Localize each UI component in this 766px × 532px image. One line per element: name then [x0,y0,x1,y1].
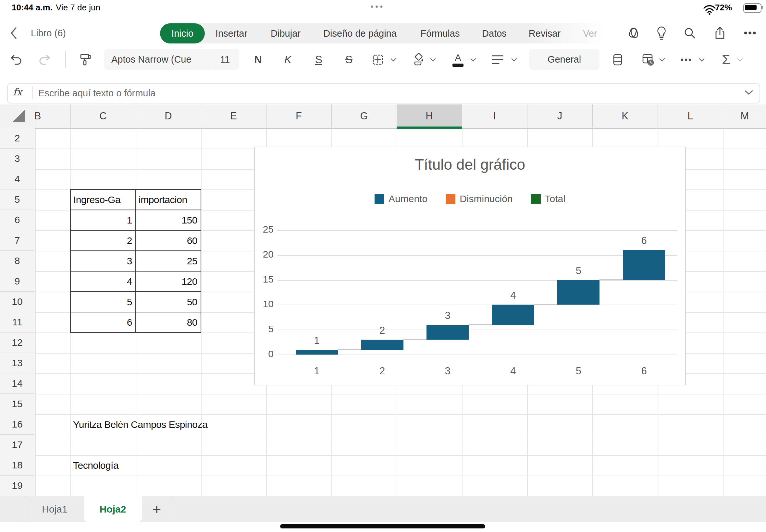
cell-C9[interactable]: 4 [70,271,136,292]
back-button[interactable] [5,24,23,42]
column-header-J[interactable]: J [527,104,593,127]
more-menu-button[interactable]: ••• [741,24,760,42]
chart-bar-5[interactable] [557,280,600,305]
chart-bar-1[interactable] [296,350,338,355]
cell-D9[interactable]: 120 [135,271,201,292]
column-header-I[interactable]: I [462,104,528,127]
chart-title[interactable]: Título del gráfico [255,156,685,173]
tab-revisar[interactable]: Revisar [529,23,561,43]
chart-bar-2[interactable] [361,340,404,350]
font-size-selector[interactable]: 11 [211,49,239,70]
search-button[interactable] [681,24,699,42]
cells-format-chevron-icon[interactable] [659,58,665,62]
row-header-13[interactable]: 13 [0,353,34,373]
row-header-14[interactable]: 14 [0,373,34,394]
tab-dibujar[interactable]: Dibujar [271,23,300,43]
row-header-17[interactable]: 17 [0,435,34,455]
wrap-text-button[interactable] [608,50,627,69]
cells-format-button[interactable] [638,50,657,69]
tab-ver[interactable]: Ver [583,23,597,43]
row-header-9[interactable]: 9 [0,271,34,292]
cell-C18[interactable]: Tecnología [70,455,136,476]
column-header-F[interactable]: F [266,104,332,127]
chart-bar-6[interactable] [623,250,665,280]
format-painter-button[interactable] [76,50,94,69]
cell-C6[interactable]: 1 [70,210,136,231]
more-formatting-button[interactable]: ••• [677,50,696,69]
tab-formulas[interactable]: Fórmulas [421,23,460,43]
formula-bar-expand-chevron-icon[interactable] [744,90,754,95]
column-header-M[interactable]: M [723,104,766,127]
legend-item-disminución[interactable]: Disminución [446,193,513,204]
column-header-D[interactable]: D [136,104,201,127]
row-header-6[interactable]: 6 [0,210,34,230]
row-header-8[interactable]: 8 [0,251,34,271]
row-header-12[interactable]: 12 [0,333,34,353]
tab-insertar[interactable]: Insertar [215,23,247,43]
multitask-handle-icon[interactable]: ••• [371,2,385,11]
italic-button[interactable]: K [278,50,297,69]
fill-color-chevron-icon[interactable] [430,58,436,62]
number-format-selector[interactable]: General [529,49,600,70]
tab-inicio[interactable]: Inicio [160,23,205,43]
redo-button[interactable] [35,50,54,69]
formula-input-placeholder[interactable]: Escribe aquí texto o fórmula [38,88,155,99]
row-header-19[interactable]: 19 [0,476,34,496]
row-header-11[interactable]: 11 [0,312,34,333]
cell-C16[interactable]: Yuritza Belén Campos Espinoza [70,414,136,435]
share-button[interactable] [711,24,729,42]
legend-item-aumento[interactable]: Aumento [374,193,428,204]
cell-C7[interactable]: 2 [70,230,136,251]
home-indicator[interactable] [280,524,485,528]
column-header-C[interactable]: C [70,104,136,127]
column-header-E[interactable]: E [201,104,266,127]
alignment-button[interactable] [488,50,507,69]
row-header-7[interactable]: 7 [0,230,34,251]
tell-me-button[interactable] [652,24,671,42]
bold-button[interactable]: N [249,50,267,69]
borders-button[interactable] [368,50,387,69]
tab-diseno-de-pagina[interactable]: Diseño de página [323,23,397,43]
cell-C5[interactable]: Ingreso-Ga [70,189,136,210]
chart-bar-3[interactable] [427,325,469,340]
fx-icon[interactable]: fx [13,86,22,98]
add-sheet-button[interactable]: + [142,496,172,522]
row-header-2[interactable]: 2 [0,128,34,149]
undo-button[interactable] [7,50,26,69]
column-header-H[interactable]: H [397,104,462,127]
row-header-10[interactable]: 10 [0,292,34,312]
row-header-16[interactable]: 16 [0,414,34,435]
legend-item-total[interactable]: Total [531,193,565,204]
borders-chevron-icon[interactable] [390,58,397,62]
sheet-tab-hoja2[interactable]: Hoja2 [84,496,142,522]
row-header-3[interactable]: 3 [0,149,34,169]
chart[interactable]: Título del gráfico AumentoDisminuciónTot… [254,147,686,385]
select-all-corner[interactable] [0,104,35,127]
cell-D6[interactable]: 150 [135,210,201,231]
font-color-chevron-icon[interactable] [470,58,477,62]
underline-button[interactable]: S [309,50,328,69]
font-name-selector[interactable]: Aptos Narrow (Cue [104,49,214,70]
row-header-15[interactable]: 15 [0,394,34,414]
chart-bar-4[interactable] [492,305,534,324]
row-header-4[interactable]: 4 [0,169,34,189]
row-header-18[interactable]: 18 [0,455,34,476]
column-header-L[interactable]: L [658,104,723,127]
cell-C10[interactable]: 5 [70,291,136,312]
strikethrough-button[interactable]: S [339,50,358,69]
fill-color-button[interactable] [409,50,428,69]
cell-C11[interactable]: 6 [70,312,136,333]
autosum-button[interactable]: Σ [717,50,736,69]
cell-D10[interactable]: 50 [135,291,201,312]
autosum-chevron-icon[interactable] [737,58,743,62]
cell-D7[interactable]: 60 [135,230,201,251]
column-header-K[interactable]: K [592,104,658,127]
row-header-5[interactable]: 5 [0,189,34,210]
column-header-B[interactable]: B [35,104,71,127]
alignment-chevron-icon[interactable] [511,58,517,62]
cell-D5[interactable]: importacion [135,189,201,210]
cell-D8[interactable]: 25 [135,250,201,272]
cell-C8[interactable]: 3 [70,250,136,272]
document-title[interactable]: Libro (6) [31,28,66,39]
sheet-tab-hoja1[interactable]: Hoja1 [26,496,84,522]
